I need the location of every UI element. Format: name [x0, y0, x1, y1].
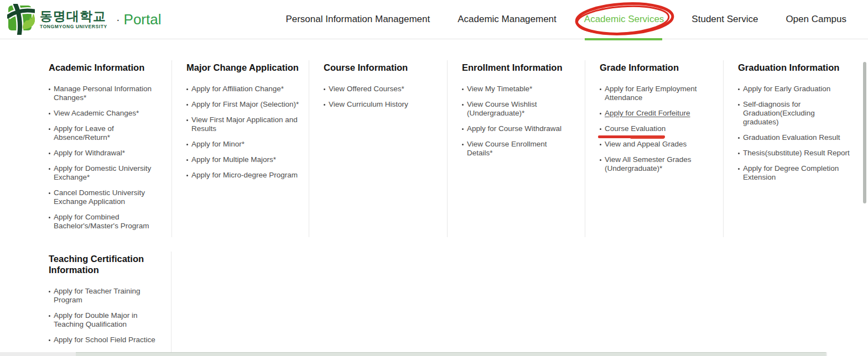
university-name-english: TONGMYONG UNIVERSITY — [40, 24, 107, 29]
column-title: Enrollment Information — [462, 62, 575, 73]
menu-item-apply-first-major-selection[interactable]: Apply for First Major (Selection)* — [186, 100, 302, 109]
column-title: Grade Information — [600, 62, 713, 73]
menu-item-apply-teacher-training-program[interactable]: Apply for Teacher Training Program — [49, 287, 160, 305]
menu-column-enrollment-information: Enrollment Information View My Timetable… — [447, 60, 585, 237]
menu-item-apply-leave-of-absence-return[interactable]: Apply for Leave of Absence/Return* — [49, 124, 160, 142]
menu-item-list: Apply for Teacher Training Program Apply… — [49, 287, 160, 356]
brand-text: 동명대학교 TONGMYONG UNIVERSITY — [40, 10, 107, 29]
menu-item-list: Apply for Affiliation Change* Apply for … — [186, 85, 302, 180]
menu-column-graduation-information: Graduation Information Apply for Early G… — [723, 60, 856, 237]
menu-item-apply-school-field-practice[interactable]: Apply for School Field Practice — [49, 336, 160, 344]
nav-academic-management[interactable]: Academic Management — [458, 14, 557, 25]
menu-item-view-first-major-application-results[interactable]: View First Major Application and Results — [186, 116, 302, 133]
menu-item-apply-degree-completion-extension[interactable]: Apply for Degree Completion Extension — [738, 164, 850, 182]
menu-item-view-and-appeal-grades[interactable]: View and Appeal Grades — [600, 140, 711, 149]
menu-column-course-information: Course Information View Offered Courses*… — [309, 60, 447, 237]
menu-item-cancel-domestic-university-exchange[interactable]: Cancel Domestic University Exchange Appl… — [49, 189, 160, 206]
column-title: Academic Information — [49, 62, 162, 73]
column-title: Graduation Information — [738, 62, 851, 73]
menu-item-list: Apply for Early Employment Attendance Ap… — [600, 85, 711, 173]
menu-item-apply-affiliation-change[interactable]: Apply for Affiliation Change* — [186, 85, 302, 93]
university-logo-icon — [7, 4, 35, 35]
portal-text: Portal — [124, 11, 162, 28]
mega-menu-row-2: Teaching Certification Information Apply… — [0, 252, 868, 356]
menu-item-apply-withdrawal[interactable]: Apply for Withdrawal* — [49, 149, 160, 158]
menu-item-apply-domestic-university-exchange[interactable]: Apply for Domestic University Exchange* — [49, 164, 160, 182]
menu-item-apply-double-major-teaching-qualification[interactable]: Apply for Double Major in Teaching Quali… — [49, 311, 160, 329]
menu-item-apply-minor[interactable]: Apply for Minor* — [186, 140, 302, 149]
column-title: Major Change Application — [186, 62, 300, 73]
menu-item-apply-early-employment-attendance[interactable]: Apply for Early Employment Attendance — [600, 85, 711, 102]
menu-column-grade-information: Grade Information Apply for Early Employ… — [585, 60, 723, 237]
column-title: Teaching Certification Information — [49, 253, 162, 275]
menu-item-self-diagnosis-for-graduation[interactable]: Self-diagnosis for Graduation(Excluding … — [738, 100, 850, 127]
menu-item-apply-credit-forfeiture[interactable]: Apply for Credit Forfeiture — [600, 109, 711, 118]
portal-label: · Portal — [116, 11, 162, 28]
menu-item-apply-course-withdrawal[interactable]: Apply for Course Withdrawal — [462, 124, 574, 133]
mega-menu: Academic Information Manage Personal Inf… — [0, 39, 868, 356]
red-underline-annotation — [598, 135, 665, 138]
header: 동명대학교 TONGMYONG UNIVERSITY · Portal Pers… — [0, 0, 868, 39]
menu-item-list: Apply for Early Graduation Self-diagnosi… — [738, 85, 850, 182]
brand[interactable]: 동명대학교 TONGMYONG UNIVERSITY · Portal — [7, 4, 161, 35]
menu-item-view-academic-changes[interactable]: View Academic Changes* — [49, 109, 160, 118]
menu-column-major-change-application: Major Change Application Apply for Affil… — [171, 60, 309, 237]
nav-open-campus[interactable]: Open Campus — [786, 14, 846, 25]
menu-item-list: View My Timetable* View Course Wishlist … — [462, 85, 574, 158]
menu-item-apply-micro-degree-program[interactable]: Apply for Micro-degree Program — [186, 171, 302, 180]
nav-personal-information-management[interactable]: Personal Information Management — [285, 14, 430, 25]
top-navigation: Personal Information Management Academic… — [285, 0, 846, 39]
menu-item-apply-multiple-majors[interactable]: Apply for Multiple Majors* — [186, 155, 302, 164]
menu-item-list: Manage Personal Information Changes* Vie… — [49, 85, 160, 231]
menu-item-course-evaluation[interactable]: Course Evaluation — [600, 124, 711, 133]
menu-item-manage-personal-information-changes[interactable]: Manage Personal Information Changes* — [49, 85, 160, 102]
column-title: Course Information — [324, 62, 437, 73]
menu-item-graduation-evaluation-result[interactable]: Graduation Evaluation Result — [738, 133, 850, 142]
menu-item-view-all-semester-grades[interactable]: View All Semester Grades (Undergraduate)… — [600, 155, 711, 173]
nav-student-service[interactable]: Student Service — [692, 14, 758, 25]
menu-column-academic-information: Academic Information Manage Personal Inf… — [34, 60, 171, 237]
mega-menu-row-1: Academic Information Manage Personal Inf… — [0, 60, 868, 237]
menu-item-view-course-enrollment-details[interactable]: View Course Enrollment Details* — [462, 140, 574, 158]
menu-item-view-my-timetable[interactable]: View My Timetable* — [462, 85, 574, 93]
menu-item-list: View Offered Courses* View Curriculum Hi… — [324, 85, 435, 109]
university-name-korean: 동명대학교 — [40, 10, 107, 23]
active-tab-underline — [585, 38, 662, 40]
nav-academic-services[interactable]: Academic Services — [584, 14, 664, 25]
menu-item-view-curriculum-history[interactable]: View Curriculum History — [324, 100, 435, 109]
menu-item-view-course-wishlist[interactable]: View Course Wishlist (Undergraduate)* — [462, 100, 574, 118]
vertical-scrollbar-thumb[interactable] — [863, 62, 866, 203]
portal-separator: · — [116, 13, 120, 26]
menu-item-view-offered-courses[interactable]: View Offered Courses* — [324, 85, 435, 93]
menu-item-apply-early-graduation[interactable]: Apply for Early Graduation — [738, 85, 850, 93]
menu-item-apply-combined-bachelors-masters[interactable]: Apply for Combined Bachelor's/Master's P… — [49, 213, 160, 231]
menu-item-thesis-substitute-result-report[interactable]: Thesis(substitute) Result Report — [738, 149, 850, 158]
portal-page: 동명대학교 TONGMYONG UNIVERSITY · Portal Pers… — [0, 0, 868, 356]
horizontal-scrollbar-thumb[interactable] — [76, 352, 826, 356]
menu-column-teaching-certification: Teaching Certification Information Apply… — [34, 252, 171, 356]
